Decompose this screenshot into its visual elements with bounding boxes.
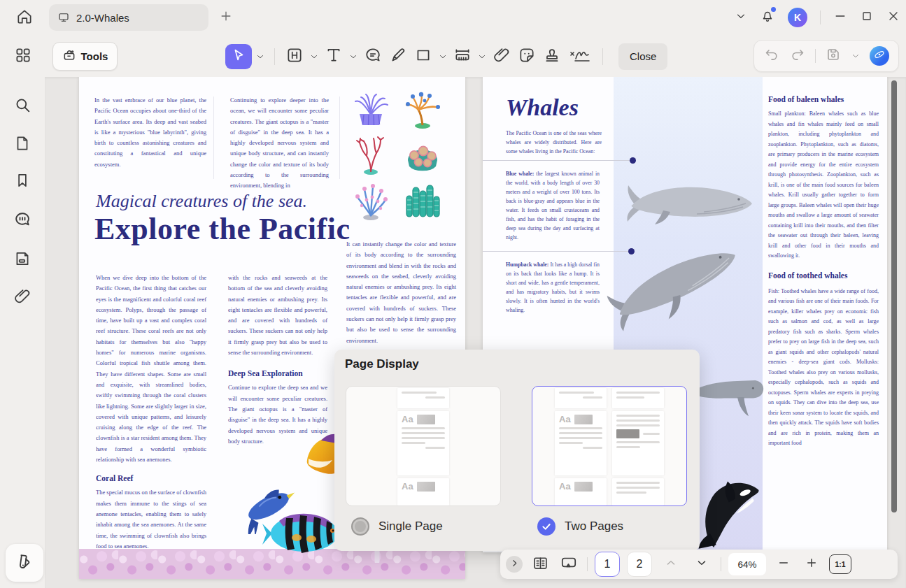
zoom-in-button[interactable] bbox=[801, 557, 822, 572]
minimize-button[interactable] bbox=[833, 9, 847, 26]
humpback-whale-paragraph: Humpback whale: It has a high dorsal fin… bbox=[506, 260, 600, 315]
single-page-label: Single Page bbox=[378, 519, 443, 533]
thumbnails-panel-button[interactable] bbox=[11, 249, 34, 271]
thumbnail-icon bbox=[13, 250, 31, 271]
new-tab-button[interactable] bbox=[217, 8, 235, 27]
comment-tool-button[interactable] bbox=[362, 45, 384, 68]
maximize-button[interactable] bbox=[860, 9, 874, 26]
theme-palette-button[interactable] bbox=[6, 544, 43, 582]
two-pages-check-icon[interactable] bbox=[537, 517, 555, 536]
chevron-up-icon bbox=[665, 557, 677, 572]
toothed-paragraph: Fish: Toothed whales have a wide range o… bbox=[768, 287, 879, 449]
document-tab[interactable]: 2.0-Whales bbox=[49, 4, 208, 31]
signature-tool-button[interactable] bbox=[566, 45, 594, 68]
pdf-editor-window: 2.0-Whales K bbox=[0, 0, 906, 588]
connector-dot bbox=[628, 248, 635, 254]
sticker-tool-button[interactable] bbox=[516, 45, 538, 68]
mushroom-coral-image bbox=[401, 134, 444, 175]
page1-title: Explore the Pacific bbox=[94, 211, 351, 247]
thumb-aa-text: Aa bbox=[559, 415, 571, 424]
save-dropdown[interactable] bbox=[851, 51, 861, 61]
thumb-image-placeholder bbox=[417, 482, 435, 492]
purple-anemone-image bbox=[349, 88, 392, 130]
home-button[interactable] bbox=[13, 7, 36, 29]
shape-tool-button[interactable] bbox=[412, 45, 434, 68]
minus-icon bbox=[777, 557, 790, 572]
orca-image bbox=[690, 477, 765, 552]
pages-panel-button[interactable] bbox=[11, 134, 34, 156]
heading-tool-button[interactable] bbox=[283, 45, 306, 68]
tools-button[interactable]: Tools bbox=[52, 42, 118, 71]
bookmarks-panel-button[interactable] bbox=[11, 171, 34, 193]
measure-tool-dropdown[interactable] bbox=[476, 45, 488, 68]
measure-icon bbox=[453, 46, 472, 67]
presentation-mode-button[interactable] bbox=[558, 554, 580, 575]
intro-paragraph-1: In the vast embrace of our blue planet, … bbox=[94, 95, 206, 170]
thumb-aa-text: Aa bbox=[559, 482, 571, 492]
text-tool-dropdown[interactable] bbox=[348, 45, 359, 68]
page-display-popup: Page Display Aa Aa Aa bbox=[334, 350, 700, 551]
chevron-down-icon bbox=[695, 557, 708, 572]
stamp-tool-button[interactable] bbox=[541, 45, 563, 68]
single-page-preview-card[interactable]: Aa Aa bbox=[346, 386, 501, 506]
undo-button[interactable] bbox=[763, 46, 780, 66]
humpback-whale-label: Humpback whale: bbox=[506, 261, 548, 268]
file-icon bbox=[13, 134, 31, 155]
zoom-level-field[interactable]: 64% bbox=[728, 553, 766, 575]
tab-title: 2.0-Whales bbox=[76, 12, 129, 24]
expand-bar-button[interactable] bbox=[506, 556, 523, 573]
minimize-icon bbox=[833, 9, 847, 26]
redo-icon bbox=[789, 46, 806, 66]
single-page-radio[interactable] bbox=[351, 517, 369, 536]
previous-page-button[interactable] bbox=[659, 557, 683, 572]
maximize-icon bbox=[860, 9, 874, 26]
thumb-image-placeholder bbox=[574, 415, 593, 424]
text-tool-button[interactable] bbox=[323, 45, 345, 68]
monitor-icon bbox=[57, 11, 70, 24]
shape-icon bbox=[414, 46, 432, 67]
select-tool-button[interactable] bbox=[225, 44, 252, 69]
single-page-option[interactable]: Single Page bbox=[351, 517, 443, 536]
intro-paragraph-2: Continuing to explore deeper into the oc… bbox=[230, 95, 329, 192]
notifications-button[interactable] bbox=[760, 8, 775, 27]
apps-launcher-button[interactable] bbox=[14, 46, 32, 67]
zoom-out-button[interactable] bbox=[773, 557, 794, 572]
close-window-button[interactable] bbox=[886, 9, 900, 26]
actual-size-button[interactable]: 1:1 bbox=[829, 554, 851, 574]
two-pages-option[interactable]: Two Pages bbox=[537, 517, 623, 536]
deep-sea-heading: Deep Sea Exploration bbox=[228, 369, 327, 378]
measure-tool-button[interactable] bbox=[451, 45, 474, 68]
tab-list-button[interactable] bbox=[735, 10, 747, 25]
red-branch-coral-image bbox=[349, 134, 392, 175]
coral-illustrations bbox=[349, 88, 447, 224]
ai-assistant-button[interactable] bbox=[870, 46, 889, 66]
avatar[interactable]: K bbox=[788, 8, 807, 27]
select-cursor-icon bbox=[231, 48, 246, 66]
blue-whale-paragraph: Blue whale: the largest known animal in … bbox=[506, 169, 600, 242]
heading-tool-dropdown[interactable] bbox=[309, 45, 320, 68]
baleen-paragraph: Small plankton: Baleen whales such as bl… bbox=[768, 109, 879, 261]
next-page-button[interactable] bbox=[690, 557, 714, 572]
redo-button[interactable] bbox=[789, 46, 806, 66]
two-pages-thumbnail-left: Aa Aa bbox=[555, 388, 607, 505]
annotations-panel-button[interactable] bbox=[11, 210, 34, 232]
close-tools-button[interactable]: Close bbox=[618, 43, 667, 70]
page-1-button[interactable]: 1 bbox=[595, 552, 620, 577]
search-panel-button[interactable] bbox=[11, 95, 34, 117]
attachments-panel-button[interactable] bbox=[11, 287, 34, 309]
thumb-dense-block bbox=[616, 429, 639, 438]
save-button[interactable] bbox=[825, 46, 842, 66]
shape-tool-dropdown[interactable] bbox=[437, 45, 448, 68]
vertical-scrollbar[interactable] bbox=[891, 80, 897, 512]
connector-line bbox=[483, 160, 632, 161]
palette-icon bbox=[15, 552, 34, 574]
two-page-view-button[interactable] bbox=[530, 554, 551, 575]
page-2-button[interactable]: 2 bbox=[627, 552, 652, 577]
highlighter-tool-button[interactable] bbox=[387, 45, 409, 68]
attachment-tool-button[interactable] bbox=[490, 45, 513, 68]
two-pages-preview-card[interactable]: Aa Aa bbox=[532, 386, 687, 506]
two-page-view-icon bbox=[532, 554, 549, 575]
stamp-icon bbox=[543, 46, 561, 67]
thumb-aa-text: Aa bbox=[402, 482, 413, 492]
select-tool-dropdown[interactable] bbox=[255, 45, 266, 68]
